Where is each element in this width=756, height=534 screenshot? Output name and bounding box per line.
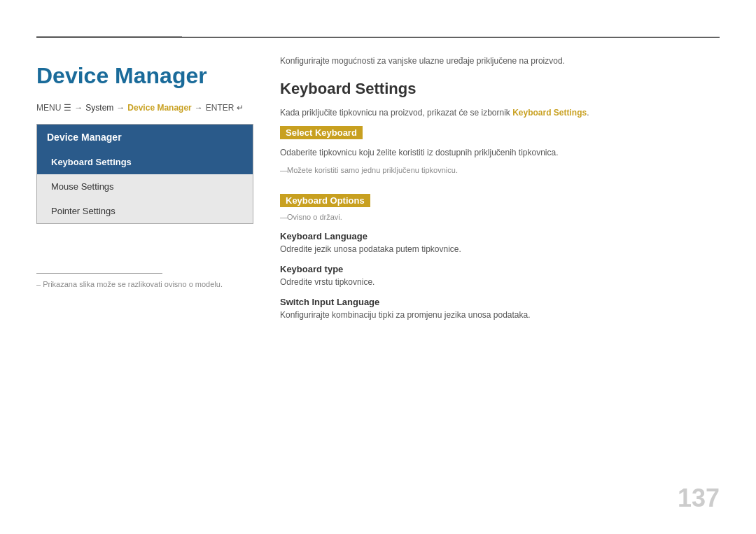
bc-system: System bbox=[85, 103, 113, 113]
section-desc-2: . bbox=[587, 108, 589, 118]
bc-arrow2: → bbox=[116, 103, 125, 113]
sub-section-desc-keyboard-type: Odredite vrstu tipkovnice. bbox=[280, 277, 720, 287]
bc-menu-icon: ☰ bbox=[64, 103, 71, 113]
left-divider-line bbox=[36, 273, 162, 274]
select-keyboard-badge: Select Keyboard bbox=[280, 126, 363, 139]
section-desc: Kada priključite tipkovnicu na proizvod,… bbox=[280, 106, 720, 119]
section-desc-highlight: Keyboard Settings bbox=[512, 108, 587, 118]
keyboard-options-note: Ovisno o državi. bbox=[280, 213, 720, 221]
sub-section-title-switch-input-language: Switch Input Language bbox=[280, 297, 720, 307]
sub-section-keyboard-type: Keyboard type Odredite vrstu tipkovnice. bbox=[280, 264, 720, 287]
nav-item-mouse-settings[interactable]: Mouse Settings bbox=[37, 174, 253, 199]
bc-enter: ENTER bbox=[206, 103, 234, 113]
nav-box: Device Manager Keyboard Settings Mouse S… bbox=[36, 124, 253, 224]
sub-section-switch-input-language: Switch Input Language Konfigurirajte kom… bbox=[280, 297, 720, 320]
nav-item-keyboard-settings[interactable]: Keyboard Settings bbox=[37, 150, 253, 174]
bc-menu: MENU bbox=[36, 103, 61, 113]
sub-section-desc-keyboard-language: Odredite jezik unosa podataka putem tipk… bbox=[280, 244, 720, 254]
keyboard-options-badge: Keyboard Options bbox=[280, 194, 370, 207]
nav-item-pointer-settings[interactable]: Pointer Settings bbox=[37, 199, 253, 223]
select-keyboard-desc: Odaberite tipkovnicu koju želite koristi… bbox=[280, 146, 720, 159]
sub-section-keyboard-language: Keyboard Language Odredite jezik unosa p… bbox=[280, 231, 720, 254]
bc-arrow1: → bbox=[74, 103, 83, 113]
sub-section-desc-switch-input-language: Konfigurirajte kombinaciju tipki za prom… bbox=[280, 310, 720, 320]
section-desc-1: Kada priključite tipkovnicu na proizvod,… bbox=[280, 108, 512, 118]
left-panel: Device Manager MENU ☰ → System → Device … bbox=[36, 49, 253, 224]
bc-enter-icon: ↵ bbox=[237, 103, 244, 113]
select-keyboard-note: Možete koristiti samo jednu priključenu … bbox=[280, 166, 720, 174]
footnote-text: – Prikazana slika može se razlikovati ov… bbox=[36, 280, 223, 288]
section-title: Keyboard Settings bbox=[280, 80, 720, 98]
top-right-divider bbox=[182, 36, 720, 37]
sub-section-title-keyboard-type: Keyboard type bbox=[280, 264, 720, 274]
breadcrumb: MENU ☰ → System → Device Manager → ENTER… bbox=[36, 103, 253, 113]
right-panel: Konfigurirajte mogućnosti za vanjske ula… bbox=[280, 49, 720, 330]
intro-text: Konfigurirajte mogućnosti za vanjske ula… bbox=[280, 56, 720, 66]
bc-arrow3: → bbox=[195, 103, 203, 113]
nav-header: Device Manager bbox=[37, 125, 253, 150]
page-number: 137 bbox=[678, 484, 720, 513]
page-title: Device Manager bbox=[36, 63, 253, 89]
sub-section-title-keyboard-language: Keyboard Language bbox=[280, 231, 720, 241]
bc-device-manager: Device Manager bbox=[127, 103, 191, 113]
